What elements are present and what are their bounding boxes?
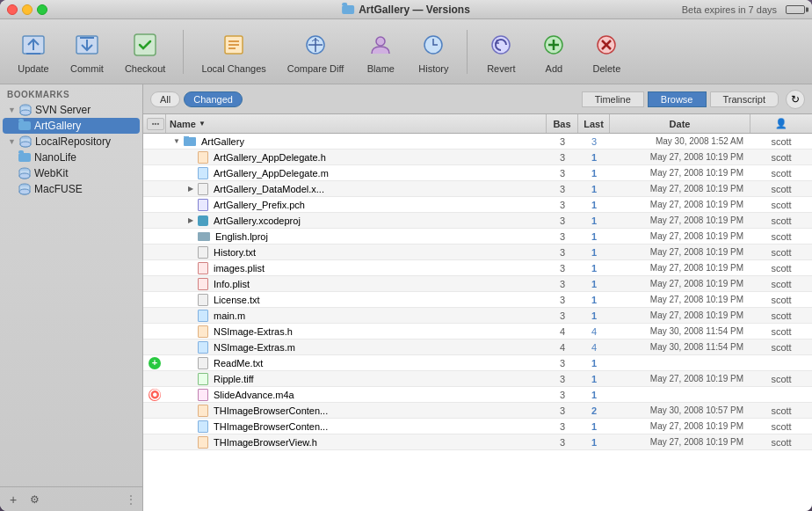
svg-point-22 bbox=[20, 110, 31, 115]
td-user: scott bbox=[750, 136, 812, 147]
td-name: ▼ArtGallery bbox=[166, 136, 547, 147]
th-user[interactable]: 👤 bbox=[750, 114, 812, 133]
sidebar-item-webkit[interactable]: WebKit bbox=[3, 165, 140, 181]
table-row[interactable]: English.lproj31May 27, 2008 10:19 PMscot… bbox=[143, 229, 812, 245]
td-name: NSImage-Extras.m bbox=[166, 341, 547, 354]
th-last[interactable]: Last bbox=[578, 114, 610, 133]
table-row[interactable]: History.txt31May 27, 2008 10:19 PMscott bbox=[143, 245, 812, 260]
commit-button[interactable]: Commit bbox=[63, 26, 111, 77]
compare-diff-button[interactable]: Compare Diff bbox=[280, 26, 352, 77]
td-date: May 30, 2008 11:54 PM bbox=[610, 342, 750, 352]
gear-button[interactable]: ⚙ bbox=[26, 492, 42, 507]
th-name[interactable]: Name ▼ bbox=[166, 114, 547, 133]
td-last: 1 bbox=[578, 390, 610, 400]
tab-transcript[interactable]: Transcript bbox=[710, 91, 779, 107]
table-row[interactable]: ArtGallery_AppDelegate.h31May 27, 2008 1… bbox=[143, 150, 812, 165]
td-base: 3 bbox=[547, 184, 578, 194]
table-row[interactable]: NSImage-Extras.h44May 30, 2008 11:54 PMs… bbox=[143, 324, 812, 339]
file-name-text: ArtGallery_AppDelegate.m bbox=[214, 168, 329, 179]
td-user: scott bbox=[750, 231, 812, 242]
td-base: 3 bbox=[547, 390, 578, 400]
td-last: 1 bbox=[578, 231, 610, 242]
td-base: 3 bbox=[547, 421, 578, 432]
sidebar-item-svn-server[interactable]: ▼ SVN Server bbox=[3, 102, 140, 118]
update-icon bbox=[18, 29, 49, 61]
table-row[interactable]: ArtGallery_AppDelegate.m31May 27, 2008 1… bbox=[143, 165, 812, 181]
table-row[interactable]: ▶ArtGallery_DataModel.x...31May 27, 2008… bbox=[143, 181, 812, 197]
th-base[interactable]: Bas bbox=[547, 114, 578, 133]
file-name-text: THImageBrowserConten... bbox=[214, 405, 328, 416]
table-row[interactable]: NSImage-Extras.m44May 30, 2008 11:54 PMs… bbox=[143, 339, 812, 355]
compare-diff-label: Compare Diff bbox=[287, 63, 344, 74]
file-name-text: Ripple.tiff bbox=[214, 374, 254, 384]
local-changes-button[interactable]: Local Changes bbox=[194, 26, 272, 77]
table-row[interactable]: Info.plist31May 27, 2008 10:19 PMscott bbox=[143, 276, 812, 292]
disclosure-arrow[interactable]: ▶ bbox=[186, 216, 195, 225]
table-row[interactable]: ⦿SlideAdvance.m4a31 bbox=[143, 387, 812, 403]
table-row[interactable]: ▶ArtGallery.xcodeproj31May 27, 2008 10:1… bbox=[143, 213, 812, 229]
th-status: ••• bbox=[143, 114, 166, 133]
table-row[interactable]: +ReadMe.txt31 bbox=[143, 355, 812, 371]
update-button[interactable]: Update bbox=[11, 26, 56, 77]
td-base: 4 bbox=[547, 326, 578, 337]
add-button[interactable]: Add bbox=[531, 26, 576, 77]
file-type-icon bbox=[198, 183, 208, 195]
status-add-icon: + bbox=[149, 357, 161, 369]
disclosure-icon: ▼ bbox=[8, 106, 16, 114]
filter-changed-button[interactable]: Changed bbox=[184, 91, 243, 107]
table-row[interactable]: images.plist31May 27, 2008 10:19 PMscott bbox=[143, 260, 812, 276]
td-base: 3 bbox=[547, 295, 578, 305]
file-type-icon bbox=[198, 420, 208, 433]
close-button[interactable] bbox=[7, 4, 18, 15]
battery-icon bbox=[786, 5, 805, 14]
sidebar-item-macfuse[interactable]: MacFUSE bbox=[3, 181, 140, 197]
sidebar-item-label: SVN Server bbox=[35, 104, 91, 116]
delete-button[interactable]: Delete bbox=[584, 26, 629, 77]
table-row[interactable]: THImageBrowserConten...31May 27, 2008 10… bbox=[143, 419, 812, 434]
file-name-text: ArtGallery_Prefix.pch bbox=[214, 200, 305, 210]
sidebar-item-local-repo[interactable]: ▼ LocalRepository bbox=[3, 134, 140, 150]
minimize-button[interactable] bbox=[22, 4, 33, 15]
revert-button[interactable]: Revert bbox=[478, 26, 524, 77]
sidebar-item-artgallery[interactable]: ArtGallery bbox=[3, 118, 140, 134]
td-base: 3 bbox=[547, 215, 578, 226]
td-date: May 27, 2008 10:19 PM bbox=[610, 231, 750, 241]
table-row[interactable]: THImageBrowserConten...32May 30, 2008 10… bbox=[143, 403, 812, 419]
sidebar-item-label: LocalRepository bbox=[35, 135, 111, 148]
blame-button[interactable]: Blame bbox=[358, 26, 403, 77]
sidebar-header: BOOKMARKS bbox=[0, 84, 142, 102]
td-last: 4 bbox=[578, 326, 610, 337]
disclosure-arrow[interactable]: ▶ bbox=[186, 185, 195, 193]
file-name-text: ArtGallery_AppDelegate.h bbox=[214, 152, 326, 163]
folder-icon bbox=[342, 5, 354, 14]
filter-bar: All Changed Timeline Browse Transcript ↻ bbox=[143, 84, 812, 114]
file-type-icon bbox=[198, 215, 208, 226]
table-row[interactable]: ▼ArtGallery33May 30, 2008 1:52 AMscott bbox=[143, 134, 812, 150]
td-name: NSImage-Extras.h bbox=[166, 325, 547, 338]
file-type-icon bbox=[198, 167, 208, 179]
table-row[interactable]: main.m31May 27, 2008 10:19 PMscott bbox=[143, 308, 812, 324]
tab-timeline[interactable]: Timeline bbox=[582, 91, 644, 107]
td-last: 2 bbox=[578, 405, 610, 416]
td-base: 3 bbox=[547, 231, 578, 242]
add-bookmark-button[interactable]: + bbox=[5, 492, 21, 507]
td-base: 3 bbox=[547, 263, 578, 274]
td-name: main.m bbox=[166, 310, 547, 322]
table-row[interactable]: THImageBrowserView.h31May 27, 2008 10:19… bbox=[143, 434, 812, 450]
table-row[interactable]: ArtGallery_Prefix.pch31May 27, 2008 10:1… bbox=[143, 197, 812, 213]
toolbar: Update Commit Checkout bbox=[0, 19, 812, 84]
table-row[interactable]: License.txt31May 27, 2008 10:19 PMscott bbox=[143, 292, 812, 308]
table-row[interactable]: Ripple.tiff31May 27, 2008 10:19 PMscott bbox=[143, 371, 812, 387]
filter-all-button[interactable]: All bbox=[150, 91, 180, 107]
history-button[interactable]: History bbox=[410, 26, 456, 77]
revert-icon bbox=[485, 29, 517, 61]
file-type-icon bbox=[198, 389, 208, 401]
th-date[interactable]: Date bbox=[610, 114, 750, 133]
checkout-button[interactable]: Checkout bbox=[118, 26, 172, 77]
td-date: May 27, 2008 10:19 PM bbox=[610, 310, 750, 320]
zoom-button[interactable] bbox=[37, 4, 47, 15]
sidebar-item-nanolife[interactable]: NanoLife bbox=[3, 150, 140, 165]
disclosure-arrow[interactable]: ▼ bbox=[172, 137, 181, 146]
refresh-button[interactable]: ↻ bbox=[786, 90, 805, 109]
tab-browse[interactable]: Browse bbox=[648, 91, 707, 107]
